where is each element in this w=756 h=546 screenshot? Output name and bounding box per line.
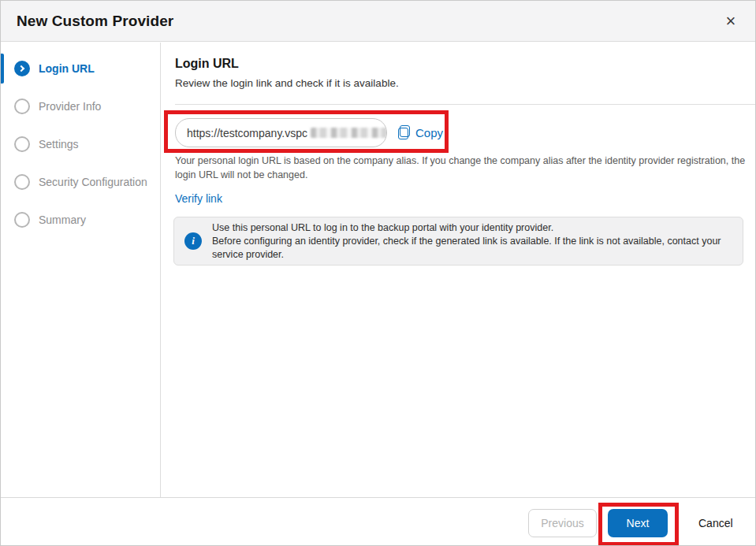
url-note-text: Your personal login URL is based on the … <box>175 154 747 182</box>
step-label: Provider Info <box>39 100 101 113</box>
step-label: Settings <box>39 138 79 150</box>
verify-link[interactable]: Verify link <box>175 192 222 205</box>
copy-icon <box>398 125 410 139</box>
step-summary[interactable]: Summary <box>1 201 160 239</box>
info-line-1: Use this personal URL to log in to the b… <box>212 221 732 235</box>
login-url-value: https://testcompany.vspc <box>187 127 307 139</box>
info-box-text: Use this personal URL to log in to the b… <box>212 221 743 262</box>
step-provider-info[interactable]: Provider Info <box>1 87 160 125</box>
chevron-right-icon <box>18 65 24 72</box>
step-security-configuration[interactable]: Security Configuration <box>1 163 160 201</box>
step-circle-icon <box>14 98 30 114</box>
new-custom-provider-dialog: New Custom Provider × Login URL Provider… <box>0 0 756 546</box>
next-button[interactable]: Next <box>608 509 668 537</box>
copy-button-label: Copy <box>415 126 443 139</box>
step-label: Security Configuration <box>39 176 147 188</box>
step-login-url[interactable]: Login URL <box>1 50 160 87</box>
info-line-2: Before configuring an identity provider,… <box>212 235 732 262</box>
active-step-indicator <box>1 54 4 84</box>
login-url-field[interactable]: https://testcompany.vspc <box>175 118 387 147</box>
step-circle-icon <box>14 212 30 228</box>
dialog-footer: Previous Next Cancel <box>1 497 755 545</box>
info-icon: i <box>184 232 202 250</box>
step-circle-icon <box>14 136 30 152</box>
copy-button[interactable]: Copy <box>398 121 443 144</box>
step-circle-icon <box>14 174 30 190</box>
info-box: i Use this personal URL to log in to the… <box>173 217 743 266</box>
page-title: Login URL <box>175 57 239 71</box>
divider <box>175 104 755 105</box>
step-active-icon <box>14 61 30 76</box>
step-content-login-url: Login URL Review the login link and chec… <box>162 43 755 497</box>
close-icon[interactable]: × <box>719 9 743 33</box>
dialog-header: New Custom Provider × <box>1 1 755 42</box>
wizard-steps-sidebar: Login URL Provider Info Settings Securit… <box>1 43 161 497</box>
step-label: Login URL <box>39 62 95 75</box>
cancel-button[interactable]: Cancel <box>692 509 739 537</box>
dialog-title: New Custom Provider <box>17 13 173 30</box>
previous-button[interactable]: Previous <box>528 509 597 537</box>
page-subtitle: Review the login link and check if it is… <box>175 77 399 89</box>
step-settings[interactable]: Settings <box>1 125 160 163</box>
redacted-url-segment <box>311 128 387 138</box>
step-label: Summary <box>39 214 86 226</box>
